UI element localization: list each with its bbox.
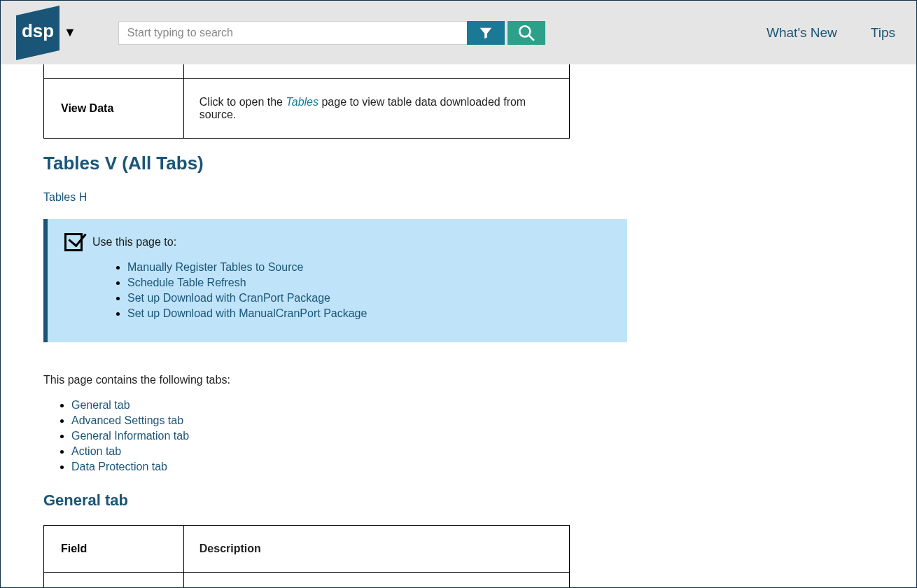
table-row: Field Description: [44, 526, 570, 573]
note-link-0[interactable]: Manually Register Tables to Source: [127, 261, 303, 273]
tabs-paragraph: This page contains the following tabs:: [43, 374, 916, 386]
search-button[interactable]: [507, 21, 545, 45]
table-row: View Data Click to open the Tables page …: [44, 79, 570, 139]
funnel-icon: [478, 25, 493, 41]
general-tab-table: Field Description Click to build a packa…: [43, 525, 570, 587]
checkbox-icon: [64, 233, 83, 251]
note-link-1[interactable]: Schedule Table Refresh: [127, 276, 246, 288]
main-content: Indices Click to open the Table (Indices…: [1, 64, 916, 587]
list-item: Set up Download with CranPort Package: [127, 292, 610, 304]
svg-point-2: [519, 26, 530, 36]
svg-line-3: [528, 35, 534, 41]
note-list: Manually Register Tables to Source Sched…: [127, 261, 610, 320]
note-link-3[interactable]: Set up Download with ManualCranPort Pack…: [127, 307, 367, 319]
tab-link-3[interactable]: Action tab: [71, 445, 121, 457]
tables-link[interactable]: Tables: [286, 96, 318, 108]
tab-link-1[interactable]: Advanced Settings tab: [71, 414, 183, 426]
tables-h-link[interactable]: Tables H: [43, 191, 87, 204]
list-item: Advanced Settings tab: [71, 414, 916, 427]
header-desc: Description: [183, 526, 569, 573]
list-item: Schedule Table Refresh: [127, 276, 610, 289]
filter-button[interactable]: [467, 21, 505, 45]
whats-new-link[interactable]: What's New: [766, 25, 837, 41]
cell-field: View Data: [44, 79, 184, 139]
cell-field: [44, 573, 184, 588]
svg-text:dsp: dsp: [22, 20, 54, 41]
dsp-logo[interactable]: dsp: [16, 6, 59, 60]
cell-desc: Click to open the Tables page to view ta…: [183, 79, 569, 139]
list-item: General Information tab: [71, 430, 916, 442]
note-box: Use this page to: Manually Register Tabl…: [43, 219, 627, 342]
note-link-2[interactable]: Set up Download with CranPort Package: [127, 292, 330, 304]
list-item: Action tab: [71, 445, 916, 458]
table-row: Click to build a package to download act…: [44, 573, 570, 588]
header-field: Field: [44, 526, 184, 573]
tab-link-2[interactable]: General Information tab: [71, 430, 189, 442]
table-row: Indices Click to open the Table (Indices…: [44, 64, 570, 79]
list-item: Manually Register Tables to Source: [127, 261, 610, 274]
search-group: [118, 21, 545, 45]
cell-desc: Click to build a package to download act…: [183, 573, 569, 588]
dropdown-caret-icon[interactable]: ▼: [64, 25, 76, 40]
tabs-list: General tab Advanced Settings tab Genera…: [71, 399, 916, 473]
tab-link-4[interactable]: Data Protection tab: [71, 461, 167, 472]
list-item: Set up Download with ManualCranPort Pack…: [127, 307, 610, 320]
cell-desc: Click to open the Table (Indices) page t…: [183, 64, 569, 79]
list-item: General tab: [71, 399, 916, 412]
top-links: What's New Tips: [766, 25, 895, 41]
cell-field: Indices: [44, 64, 184, 79]
list-item: Data Protection tab: [71, 461, 916, 473]
upper-table: Indices Click to open the Table (Indices…: [43, 64, 570, 139]
note-lead: Use this page to:: [92, 236, 176, 248]
tab-link-0[interactable]: General tab: [71, 399, 130, 411]
topbar: dsp ▼ What's New Tips: [1, 1, 916, 64]
heading-general-tab: General tab: [43, 491, 916, 510]
heading-tables-v: Tables V (All Tabs): [43, 153, 916, 174]
search-input[interactable]: [118, 21, 467, 45]
logo-wrap: dsp ▼: [16, 6, 76, 60]
tips-link[interactable]: Tips: [871, 25, 895, 41]
magnifier-icon: [517, 24, 536, 42]
